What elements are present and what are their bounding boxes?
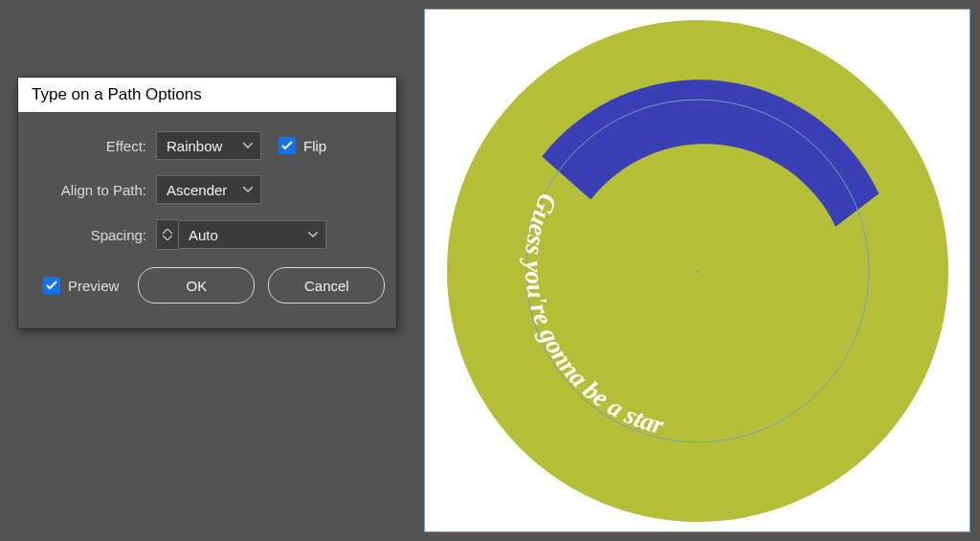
artboard[interactable]: Guess you're gonna be a star [424, 9, 970, 532]
preview-checkbox[interactable] [43, 277, 60, 294]
cancel-button[interactable]: Cancel [268, 267, 385, 304]
preview-label: Preview [68, 278, 119, 294]
spacing-stepper[interactable] [156, 219, 178, 250]
ok-button[interactable]: OK [138, 267, 255, 304]
chevron-down-icon [243, 187, 253, 192]
button-row: Preview OK Cancel [39, 267, 375, 304]
effect-value: Rainbow [167, 138, 222, 154]
preview-wrap: Preview [43, 277, 119, 294]
ok-label: OK [187, 278, 208, 294]
flip-label: Flip [303, 138, 326, 154]
align-label: Align to Path: [39, 182, 156, 198]
align-select[interactable]: Ascender [156, 175, 261, 204]
effect-label: Effect: [39, 138, 156, 154]
chevron-down-icon [243, 143, 253, 148]
spacing-label: Spacing: [39, 227, 156, 243]
path-text-content[interactable]: Guess you're gonna be a star [519, 189, 666, 439]
dialog-body: Effect: Rainbow Flip Align to Path: Asce… [18, 112, 396, 328]
spacing-row: Spacing: Auto [39, 219, 375, 250]
effect-row: Effect: Rainbow Flip [39, 131, 375, 160]
align-value: Ascender [167, 182, 227, 198]
effect-select[interactable]: Rainbow [156, 131, 261, 160]
path-text: Guess you're gonna be a star [519, 189, 666, 439]
align-row: Align to Path: Ascender [39, 175, 375, 204]
flip-checkbox[interactable] [278, 137, 296, 154]
center-point-icon [697, 270, 700, 273]
spacing-select[interactable]: Auto [178, 220, 326, 249]
dialog-title: Type on a Path Options [18, 78, 396, 112]
cancel-label: Cancel [304, 278, 349, 294]
type-on-path-dialog: Type on a Path Options Effect: Rainbow F… [17, 77, 397, 329]
flip-wrap: Flip [278, 137, 326, 154]
chevron-down-icon [308, 232, 318, 237]
spacing-value: Auto [189, 227, 218, 243]
